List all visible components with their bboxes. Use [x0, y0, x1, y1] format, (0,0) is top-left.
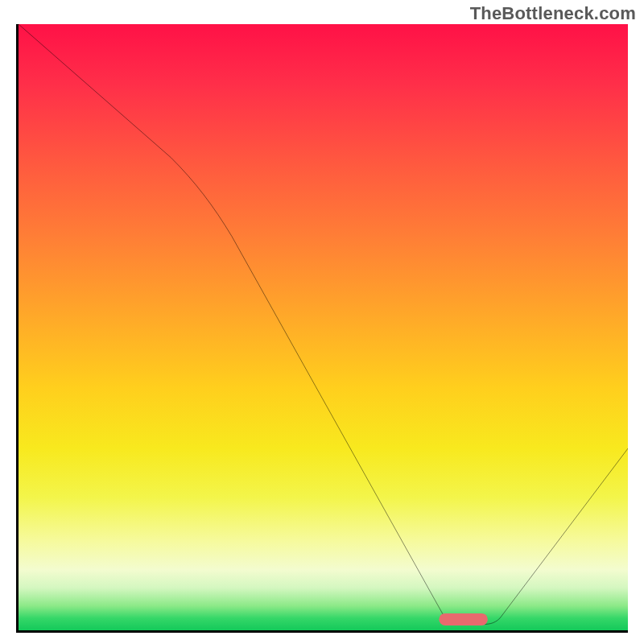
optimal-range-marker: [439, 613, 488, 625]
plot-area: [16, 24, 628, 633]
watermark-text: TheBottleneck.com: [470, 3, 636, 24]
marker-svg: [19, 24, 628, 630]
chart-container: TheBottleneck.com: [0, 0, 644, 644]
